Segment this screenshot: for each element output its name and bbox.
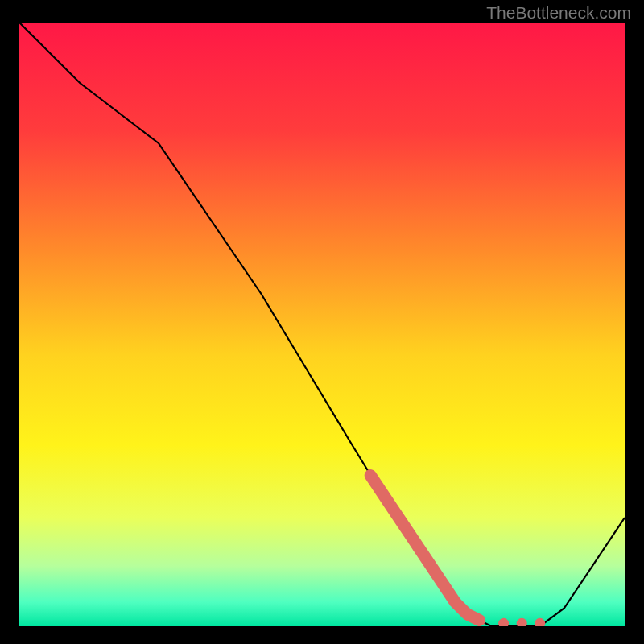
- chart-svg: [19, 23, 625, 626]
- chart-plot-area: [19, 23, 625, 626]
- chart-background: [19, 23, 625, 626]
- attribution-label: TheBottleneck.com: [486, 3, 631, 23]
